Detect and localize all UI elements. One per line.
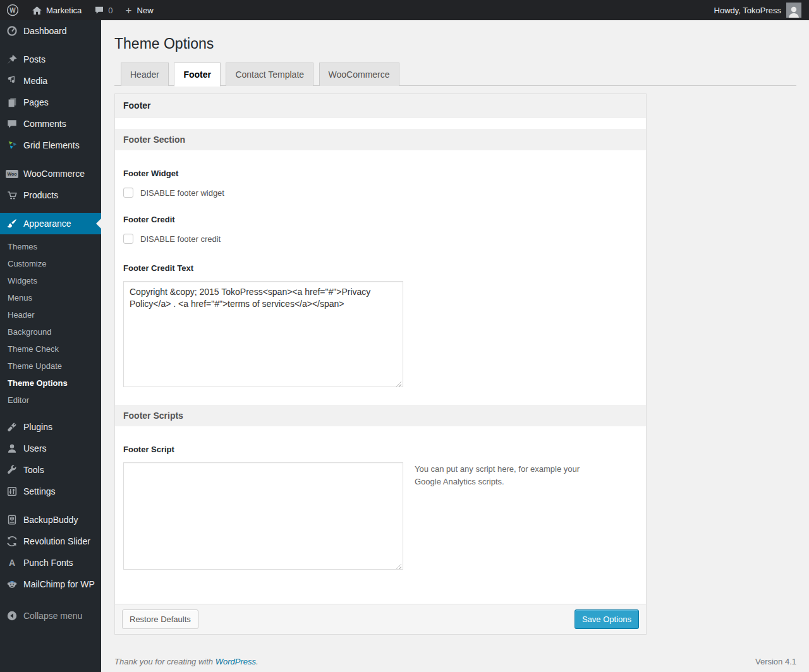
sidebar-item-users[interactable]: Users — [0, 438, 101, 459]
woocommerce-icon: Woo — [6, 167, 18, 180]
collapse-icon — [6, 609, 18, 622]
plus-icon: + — [126, 5, 132, 16]
footer-credit-text-textarea[interactable]: Copyright &copy; 2015 TokoPress<span><a … — [123, 281, 403, 387]
pages-icon — [6, 96, 18, 109]
restore-defaults-button[interactable]: Restore Defaults — [122, 609, 198, 629]
backupbuddy-icon — [6, 513, 18, 526]
comment-count: 0 — [108, 6, 113, 15]
plugins-icon — [6, 421, 18, 433]
tab-footer[interactable]: Footer — [174, 63, 221, 87]
tab-woocommerce[interactable]: WooCommerce — [319, 63, 399, 86]
submenu-header[interactable]: Header — [0, 306, 101, 323]
theme-options-panel: Footer Footer Section Footer Widget DISA… — [114, 93, 647, 635]
admin-sidebar: Dashboard Posts Media Pages Comments Gri… — [0, 20, 101, 672]
submenu-editor[interactable]: Editor — [0, 392, 101, 409]
tools-icon — [6, 464, 18, 476]
sidebar-item-pages[interactable]: Pages — [0, 92, 101, 113]
media-icon — [6, 75, 18, 87]
sidebar-item-settings[interactable]: Settings — [0, 481, 101, 502]
wordpress-link[interactable]: WordPress — [216, 657, 256, 666]
submenu-theme-check[interactable]: Theme Check — [0, 340, 101, 357]
sidebar-item-products[interactable]: Products — [0, 184, 101, 206]
save-options-button[interactable]: Save Options — [575, 609, 639, 629]
disable-footer-credit-label: DISABLE footer credit — [140, 234, 221, 244]
version-label: Version 4.1 — [755, 657, 796, 666]
tab-contact-template[interactable]: Contact Template — [226, 63, 313, 86]
sidebar-item-media[interactable]: Media — [0, 70, 101, 92]
footer-scripts-header: Footer Scripts — [115, 405, 646, 426]
disable-footer-widget-label: DISABLE footer widget — [140, 188, 224, 198]
svg-text:W: W — [9, 7, 16, 14]
main-content: Theme Options Header Footer Contact Temp… — [101, 20, 809, 672]
home-icon — [32, 5, 42, 16]
panel-header: Footer — [115, 94, 646, 117]
footer-script-textarea[interactable] — [123, 462, 403, 570]
products-icon — [6, 189, 18, 201]
sidebar-item-grid-elements[interactable]: Grid Elements — [0, 135, 101, 156]
page-title: Theme Options — [114, 35, 796, 53]
footer-credit-label: Footer Credit — [123, 215, 638, 224]
tab-bar: Header Footer Contact Template WooCommer… — [114, 63, 796, 86]
sidebar-item-backupbuddy[interactable]: BackupBuddy — [0, 509, 101, 531]
footer-thanks-text: Thank you for creating with WordPress. — [114, 657, 259, 666]
collapse-menu-button[interactable]: Collapse menu — [0, 605, 101, 627]
comments-icon — [6, 117, 18, 130]
tab-header[interactable]: Header — [121, 63, 169, 86]
sidebar-item-comments[interactable]: Comments — [0, 113, 101, 135]
wp-logo-menu[interactable]: W — [0, 0, 25, 20]
grid-elements-icon — [6, 139, 18, 152]
submenu-background[interactable]: Background — [0, 323, 101, 340]
wordpress-logo-icon: W — [6, 4, 19, 16]
submenu-widgets[interactable]: Widgets — [0, 272, 101, 289]
sidebar-item-plugins[interactable]: Plugins — [0, 416, 101, 438]
sidebar-item-woocommerce[interactable]: Woo WooCommerce — [0, 163, 101, 184]
users-icon — [6, 442, 18, 455]
panel-spacer — [115, 117, 646, 129]
howdy-account-link[interactable]: Howdy, TokoPress — [714, 6, 781, 15]
panel-action-bar: Restore Defaults Save Options — [115, 604, 646, 634]
appearance-icon — [6, 217, 18, 230]
posts-icon — [6, 53, 18, 66]
footer-widget-label: Footer Widget — [123, 169, 638, 178]
disable-footer-widget-checkbox[interactable] — [123, 188, 133, 198]
sidebar-item-appearance[interactable]: Appearance — [0, 213, 101, 234]
new-content-menu[interactable]: + New — [119, 0, 160, 20]
submenu-menus[interactable]: Menus — [0, 289, 101, 306]
appearance-submenu: Themes Customize Widgets Menus Header Ba… — [0, 234, 101, 416]
dashboard-icon — [6, 25, 18, 37]
footer-scripts-fields: Footer Script You can put any script her… — [115, 426, 646, 604]
sidebar-item-punch-fonts[interactable]: A Punch Fonts — [0, 552, 101, 573]
revolution-slider-icon — [6, 535, 18, 548]
submenu-themes[interactable]: Themes — [0, 238, 101, 255]
site-name-label: Marketica — [46, 6, 82, 15]
punch-fonts-icon: A — [6, 556, 18, 569]
footer-section-header: Footer Section — [115, 129, 646, 150]
disable-footer-credit-checkbox[interactable] — [123, 234, 133, 244]
comments-admin-bar[interactable]: 0 — [88, 0, 119, 20]
site-name-link[interactable]: Marketica — [25, 0, 88, 20]
mailchimp-icon — [6, 578, 18, 591]
sidebar-item-tools[interactable]: Tools — [0, 459, 101, 481]
sidebar-item-revolution-slider[interactable]: Revolution Slider — [0, 531, 101, 552]
comment-bubble-icon — [94, 5, 104, 15]
submenu-theme-options[interactable]: Theme Options — [0, 375, 101, 392]
sidebar-item-mailchimp[interactable]: MailChimp for WP — [0, 573, 101, 595]
submenu-customize[interactable]: Customize — [0, 255, 101, 272]
footer-section-fields: Footer Widget DISABLE footer widget Foot… — [115, 150, 646, 390]
footer-script-label: Footer Script — [123, 445, 638, 454]
admin-bar: W Marketica 0 + New Howdy, TokoPress — [0, 0, 809, 20]
avatar[interactable] — [786, 3, 801, 18]
new-label: New — [137, 6, 154, 15]
footer-credit-text-label: Footer Credit Text — [123, 263, 638, 273]
page-footer: Thank you for creating with WordPress. V… — [114, 657, 796, 666]
sidebar-item-dashboard[interactable]: Dashboard — [0, 20, 101, 42]
settings-icon — [6, 485, 18, 498]
sidebar-item-posts[interactable]: Posts — [0, 49, 101, 70]
footer-script-help-text: You can put any script here, for example… — [415, 463, 607, 488]
submenu-theme-update[interactable]: Theme Update — [0, 357, 101, 375]
